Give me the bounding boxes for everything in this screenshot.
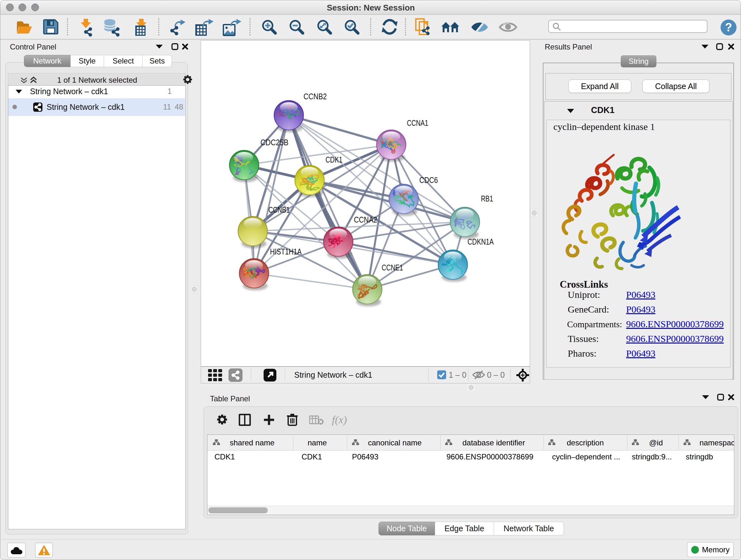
svg-text:CCNA2: CCNA2 <box>354 215 377 225</box>
svg-text:CDC25B: CDC25B <box>260 138 288 147</box>
svg-text:CCNA1: CCNA1 <box>407 118 428 128</box>
svg-text:HIST1H1A: HIST1H1A <box>270 247 302 256</box>
svg-text:?: ? <box>725 21 732 34</box>
svg-text:CDK1: CDK1 <box>326 155 342 165</box>
svg-text:CCNE1: CCNE1 <box>382 263 403 272</box>
svg-text:CDC6: CDC6 <box>419 175 438 185</box>
svg-text:CCNB2: CCNB2 <box>304 91 327 101</box>
svg-text:CCNB1: CCNB1 <box>268 205 290 214</box>
svg-text:RB1: RB1 <box>481 194 493 203</box>
svg-text:CDKN1A: CDKN1A <box>468 237 494 246</box>
